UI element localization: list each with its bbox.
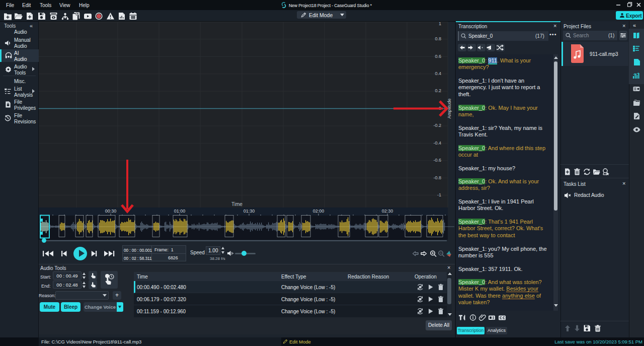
svg-text:-0.2: -0.2 xyxy=(433,123,441,128)
svg-text:02:30: 02:30 xyxy=(382,209,393,214)
svg-text:-0.4: -0.4 xyxy=(433,141,441,146)
svg-text:02:00: 02:00 xyxy=(313,209,325,214)
svg-text:0.6: 0.6 xyxy=(435,54,441,59)
svg-text:00:30: 00:30 xyxy=(105,209,117,214)
svg-text:01:30: 01:30 xyxy=(244,209,255,214)
svg-text:-0.8: -0.8 xyxy=(433,175,441,180)
svg-text:01:00: 01:00 xyxy=(174,209,186,214)
svg-text:-1: -1 xyxy=(437,192,441,197)
svg-text:0.2: 0.2 xyxy=(435,88,441,93)
svg-text:-0.6: -0.6 xyxy=(433,158,441,163)
svg-text:0.4: 0.4 xyxy=(435,71,441,76)
svg-text:0.8: 0.8 xyxy=(435,36,441,41)
svg-text:1: 1 xyxy=(439,22,441,26)
